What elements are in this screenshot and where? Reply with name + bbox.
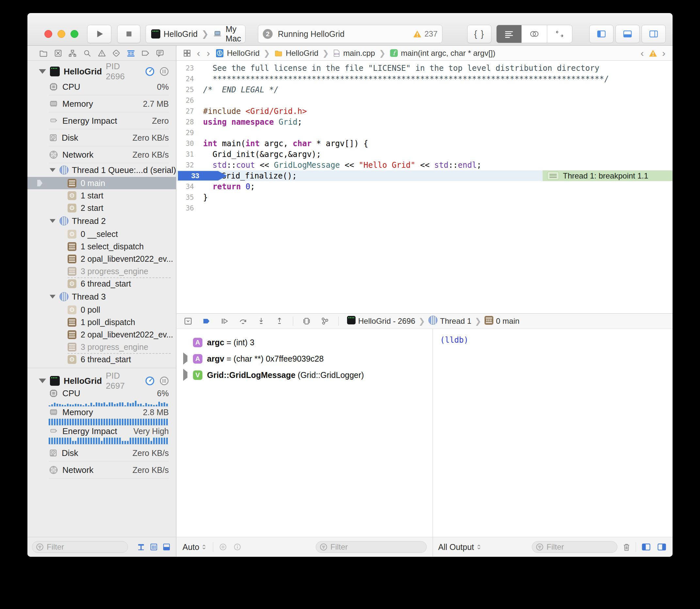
gauge-row-cpu[interactable]: CPU6% bbox=[28, 388, 176, 407]
gauge-row-memory[interactable]: Memory2.8 MB bbox=[28, 407, 176, 425]
previous-issue-button[interactable]: ‹ bbox=[639, 48, 645, 58]
view-hierarchy-icon[interactable] bbox=[302, 317, 311, 325]
line-number[interactable]: 26 bbox=[177, 97, 203, 104]
breakpoints-toggle-icon[interactable] bbox=[202, 317, 211, 325]
go-back-button[interactable]: ‹ bbox=[195, 48, 202, 58]
variable-row[interactable]: Aargv = (char **) 0x7ffee9039c28 bbox=[177, 350, 432, 367]
navigator-tab-reports[interactable] bbox=[155, 48, 165, 58]
gauge-icon[interactable] bbox=[144, 376, 155, 386]
warning-count[interactable]: 237 bbox=[424, 29, 438, 38]
variable-row[interactable]: VGrid::GridLogMessage (Grid::GridLogger) bbox=[177, 367, 432, 383]
breakpoint-badge[interactable]: 33 bbox=[178, 171, 227, 180]
console-filter-field[interactable] bbox=[532, 541, 617, 553]
navigator-tab-breakpoints[interactable] bbox=[140, 48, 150, 58]
gauge-row-network[interactable]: NetworkZero KB/s bbox=[28, 146, 176, 163]
process-row[interactable]: HelloGridPID 2697 bbox=[28, 374, 176, 388]
gauge-row-cpu[interactable]: CPU0% bbox=[28, 78, 176, 95]
toggle-debug-area-button[interactable] bbox=[615, 25, 639, 43]
step-into-icon[interactable] bbox=[256, 317, 266, 325]
stack-frame-row[interactable]: 1 select_dispatch bbox=[28, 240, 176, 253]
stack-frame-row[interactable]: ⚙0 poll bbox=[28, 303, 176, 316]
gauge-row-memory[interactable]: Memory2.7 MB bbox=[28, 95, 176, 112]
line-number[interactable]: 27 bbox=[177, 107, 203, 115]
related-items-icon[interactable] bbox=[183, 49, 192, 57]
console-filter-input[interactable] bbox=[547, 542, 614, 552]
hide-debug-area-icon[interactable] bbox=[183, 317, 193, 325]
toggle-navigator-button[interactable] bbox=[589, 25, 614, 43]
line-number[interactable]: 35 bbox=[177, 193, 203, 202]
variables-view[interactable]: Aargc = (int) 3Aargv = (char **) 0x7ffee… bbox=[177, 329, 432, 537]
thread-row[interactable]: Thread 2 bbox=[28, 214, 176, 228]
stack-frame-row[interactable]: ⚙6 thread_start bbox=[28, 353, 176, 366]
view-mode-icon[interactable] bbox=[161, 543, 171, 551]
line-number[interactable]: 32 bbox=[177, 161, 203, 169]
gauge-icon[interactable] bbox=[144, 67, 155, 76]
info-icon[interactable] bbox=[233, 543, 242, 551]
zoom-window-button[interactable] bbox=[70, 30, 78, 38]
navigator-tab-find[interactable] bbox=[82, 48, 92, 58]
jump-bar-item[interactable]: fmain(int argc, char * argv[]) bbox=[390, 49, 495, 58]
line-number[interactable]: 25 bbox=[177, 86, 203, 94]
gauge-row-network[interactable]: NetworkZero KB/s bbox=[28, 462, 176, 478]
stack-frame-row[interactable]: 2 opal_libevent2022_ev... bbox=[28, 328, 176, 341]
line-number[interactable]: 34 bbox=[177, 183, 203, 191]
jump-bar-item[interactable]: HelloGrid bbox=[215, 48, 259, 58]
source-editor[interactable]: 23 See the full license in the file "LIC… bbox=[177, 61, 672, 313]
next-issue-button[interactable]: › bbox=[661, 48, 667, 58]
debug-breadcrumb-item[interactable]: Thread 1 bbox=[428, 316, 472, 327]
line-number[interactable]: 23 bbox=[177, 64, 203, 72]
line-number[interactable]: 28 bbox=[177, 118, 203, 126]
navigator-tab-project[interactable] bbox=[38, 48, 48, 58]
console-scope-popup[interactable]: All Output bbox=[438, 542, 482, 552]
thread-row[interactable]: Thread 1 Queue:...d (serial) bbox=[28, 163, 176, 177]
filter-threads-icon[interactable] bbox=[149, 543, 159, 551]
navigator-filter-input[interactable] bbox=[47, 542, 124, 552]
line-number[interactable]: 29 bbox=[177, 129, 203, 137]
clear-console-icon[interactable] bbox=[622, 542, 631, 552]
memory-graph-icon[interactable] bbox=[320, 317, 330, 325]
disclosure-triangle-icon[interactable] bbox=[39, 69, 46, 74]
line-number[interactable]: 31 bbox=[177, 151, 203, 158]
jump-bar-item[interactable]: C++main.cpp bbox=[333, 49, 375, 58]
step-out-icon[interactable] bbox=[275, 317, 284, 325]
variables-scope-popup[interactable]: Auto bbox=[183, 542, 208, 552]
line-number[interactable]: 36 bbox=[177, 204, 203, 212]
variables-filter-field[interactable] bbox=[316, 541, 427, 553]
gauge-row-energy-impact[interactable]: Energy ImpactVery High bbox=[28, 425, 176, 445]
debug-console[interactable]: (lldb) bbox=[432, 329, 672, 537]
stack-frame-row[interactable]: ⚙2 start bbox=[28, 202, 176, 214]
gauge-row-disk[interactable]: DiskZero KB/s bbox=[28, 445, 176, 462]
navigator-tab-tests[interactable] bbox=[111, 48, 121, 58]
stack-frame-row[interactable]: 3 progress_engine bbox=[28, 341, 176, 353]
variables-filter-input[interactable] bbox=[330, 542, 423, 552]
gauge-row-disk[interactable]: DiskZero KB/s bbox=[28, 129, 176, 146]
navigator-filter-field[interactable] bbox=[32, 541, 128, 553]
activity-viewer[interactable]: 2 Running HelloGrid 237 bbox=[258, 25, 442, 43]
stack-frame-row[interactable]: 1 poll_dispatch bbox=[28, 316, 176, 328]
navigator-tab-source-control[interactable] bbox=[53, 48, 63, 58]
line-number[interactable]: 30 bbox=[177, 140, 203, 147]
close-window-button[interactable] bbox=[45, 30, 52, 38]
version-editor-button[interactable] bbox=[547, 25, 572, 43]
standard-editor-button[interactable] bbox=[497, 25, 522, 43]
thread-row[interactable]: Thread 3 bbox=[28, 290, 176, 303]
stack-frame-row[interactable]: ⚙1 start bbox=[28, 189, 176, 202]
disclosure-triangle-icon[interactable] bbox=[50, 219, 55, 223]
code-snippets-button[interactable]: { } bbox=[467, 25, 491, 43]
navigator-tab-debug[interactable] bbox=[126, 48, 136, 58]
disclosure-triangle-icon[interactable] bbox=[50, 295, 55, 298]
filter-frames-icon[interactable] bbox=[136, 543, 146, 551]
quicklook-eye-icon[interactable] bbox=[218, 543, 227, 551]
debug-breadcrumb-item[interactable]: HelloGrid - 2696 bbox=[347, 316, 415, 326]
navigator-tab-symbols[interactable] bbox=[68, 48, 78, 58]
run-button[interactable] bbox=[87, 25, 111, 43]
assistant-editor-button[interactable] bbox=[522, 25, 547, 43]
stack-frame-row[interactable]: 3 progress_engine bbox=[28, 265, 176, 277]
stack-frame-row[interactable]: ⚙0 __select bbox=[28, 228, 176, 240]
navigator-tab-issues[interactable] bbox=[97, 48, 107, 58]
process-row[interactable]: HelloGridPID 2696 bbox=[28, 65, 176, 78]
stop-button[interactable] bbox=[117, 25, 140, 43]
toggle-console-icon[interactable] bbox=[656, 542, 667, 552]
stack-frame-row[interactable]: 2 opal_libevent2022_ev... bbox=[28, 253, 176, 265]
toggle-variables-view-icon[interactable] bbox=[641, 542, 652, 552]
